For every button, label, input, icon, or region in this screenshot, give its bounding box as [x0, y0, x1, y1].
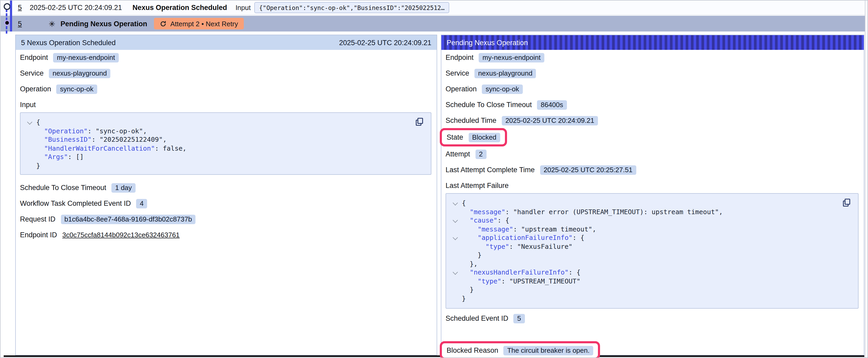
chevron-down-icon[interactable] — [453, 269, 458, 275]
json-key: "nexusHandlerFailureInfo" — [470, 268, 568, 276]
code-line: "HandlerWaitForCancellation": false, — [25, 144, 424, 153]
field-value-badge: my-nexus-endpoint — [479, 53, 544, 62]
panel-title: 5 Nexus Operation Scheduled — [21, 39, 116, 46]
json-key: "message" — [477, 225, 513, 233]
json-text: : { — [572, 234, 584, 241]
field-value-badge: nexus-playground — [474, 68, 536, 78]
failure-json-viewer: {"message": "handler error (UPSTREAM_TIM… — [445, 193, 859, 308]
code-line: { — [450, 199, 851, 207]
input-section-label: Input — [20, 99, 432, 110]
field-row-schedule-to-close-timeout: Schedule To Close Timeout86400s — [445, 99, 860, 110]
field-label: Attempt — [445, 150, 470, 158]
field-row-endpoint-id: Endpoint ID3c0c75ccfa8144b092c13ce632463… — [20, 229, 432, 240]
annotation-highlight-state: StateBlocked — [440, 128, 507, 147]
code-line: "Operation": "sync-op-ok", — [25, 127, 424, 135]
pending-operation-panel: Pending Nexus Operation Endpointmy-nexus… — [441, 35, 864, 355]
field-row-endpoint: Endpointmy-nexus-endpoint — [20, 52, 432, 63]
field-row-state: StateBlocked — [446, 132, 500, 143]
event-id-link[interactable]: 5 — [18, 20, 22, 28]
json-text: }, — [470, 260, 477, 267]
json-text: } — [477, 251, 482, 259]
temporal-event-history-screen: 5 2025-02-25 UTC 20:24:09.21 Nexus Opera… — [0, 0, 868, 358]
annotation-highlight-blocked-reason: Blocked ReasonThe circuit breaker is ope… — [440, 341, 600, 358]
event-id-link[interactable]: 5 — [18, 4, 22, 11]
event-marker-filled-circle-icon — [4, 20, 10, 26]
json-text: : { — [497, 216, 509, 224]
code-line: } — [25, 161, 424, 170]
json-text: : "UPSTREAM_TIMEOUT" — [501, 277, 580, 285]
json-key: "applicationFailureInfo" — [477, 234, 572, 241]
event-input-preview-badge[interactable]: {"Operation":"sync-op-ok","BusinessID":"… — [254, 2, 449, 13]
field-label: Schedule To Close Timeout — [445, 101, 532, 109]
field-value-link[interactable]: 3c0c75ccfa8144b092c13ce632463761 — [62, 231, 180, 239]
field-label: Operation — [20, 85, 51, 93]
code-line: "Args": [] — [25, 153, 424, 161]
field-row-schedule-to-close-timeout: Schedule To Close Timeout1 day — [20, 182, 432, 193]
panel-header-pending: Pending Nexus Operation — [441, 35, 864, 50]
event-row-pending-nexus-operation[interactable]: 5 ✳ Pending Nexus Operation Attempt 2 • … — [1, 16, 865, 32]
field-value-badge: 2025-02-25 UTC 20:25:27.51 — [540, 165, 636, 174]
field-value-badge: b1c6a4bc-8ee7-468a-9169-df3b02c8737b — [61, 215, 196, 224]
field-label: Endpoint ID — [20, 231, 57, 239]
field-label: Service — [20, 69, 43, 77]
field-row-operation: Operationsync-op-ok — [445, 84, 860, 95]
json-text: : [] — [68, 153, 84, 161]
chevron-down-icon[interactable] — [453, 235, 458, 240]
field-value-badge: nexus-playground — [49, 68, 111, 78]
scrollbar-gutter[interactable] — [865, 1, 868, 358]
json-key: "BusinessID" — [44, 135, 92, 143]
json-text: : "upstream timeout", — [513, 225, 596, 233]
field-row-scheduled-time: Scheduled Time2025-02-25 UTC 20:24:09.21 — [445, 115, 860, 126]
panel-title: Pending Nexus Operation — [446, 39, 528, 46]
field-row-last-attempt-complete-time: Last Attempt Complete Time2025-02-25 UTC… — [445, 164, 860, 175]
json-key: "type" — [477, 277, 501, 285]
field-label: Scheduled Event ID — [445, 315, 508, 322]
field-value-badge: sync-op-ok — [482, 84, 523, 94]
field-value-badge: 4 — [136, 199, 147, 208]
field-row-attempt: Attempt2 — [445, 149, 860, 160]
field-row-blocked-reason: Blocked ReasonThe circuit breaker is ope… — [446, 345, 593, 356]
json-key: "type" — [486, 242, 509, 250]
json-text: : { — [568, 268, 580, 276]
json-text: : "NexusFailure" — [509, 242, 572, 250]
field-value-badge: sync-op-ok — [57, 84, 97, 94]
field-row-scheduled-event-id: Scheduled Event ID5 — [445, 313, 860, 324]
field-label: Operation — [445, 85, 477, 93]
json-key: "cause" — [470, 216, 497, 224]
chevron-down-icon[interactable] — [27, 120, 32, 125]
retry-badge-label: Attempt 2 • Next Retry — [170, 20, 238, 28]
field-row-request-id: Request IDb1c6a4bc-8ee7-468a-9169-df3b02… — [20, 214, 432, 225]
chevron-down-icon[interactable] — [453, 200, 458, 205]
json-text: : false, — [155, 144, 186, 152]
retry-status-badge: Attempt 2 • Next Retry — [154, 18, 244, 29]
json-text: } — [470, 286, 474, 293]
field-label: Endpoint — [20, 54, 48, 61]
json-text: : "sync-op-ok", — [88, 127, 147, 135]
code-line: "nexusHandlerFailureInfo": { — [450, 268, 851, 277]
event-title: Pending Nexus Operation — [60, 20, 147, 28]
chevron-down-icon[interactable] — [453, 218, 458, 223]
field-label: Last Attempt Complete Time — [445, 166, 535, 174]
input-json-viewer: {"Operation": "sync-op-ok","BusinessID":… — [20, 112, 431, 175]
event-time: 2025-02-25 UTC 20:24:09.21 — [30, 4, 122, 11]
field-label: Service — [445, 69, 469, 77]
code-line: } — [450, 251, 851, 260]
field-label: Endpoint — [445, 54, 474, 61]
field-value-badge: The circuit breaker is open. — [504, 346, 593, 355]
event-input-label: Input — [236, 4, 251, 11]
code-line: "BusinessID": "20250225122409", — [25, 135, 424, 144]
failure-section-label: Last Attempt Failure — [445, 180, 860, 191]
field-row-service: Servicenexus-playground — [20, 68, 432, 79]
field-value-badge: 2 — [475, 149, 486, 159]
code-line: "type": "UPSTREAM_TIMEOUT" — [450, 277, 851, 286]
event-row-nexus-operation-scheduled[interactable]: 5 2025-02-25 UTC 20:24:09.21 Nexus Opera… — [1, 1, 865, 15]
code-line: "message": "upstream timeout", — [450, 225, 851, 234]
json-key: "HandlerWaitForCancellation" — [44, 144, 155, 152]
field-value-badge: 5 — [514, 314, 525, 323]
field-row-endpoint: Endpointmy-nexus-endpoint — [445, 52, 860, 63]
field-value-badge: 1 day — [112, 183, 135, 192]
field-label: State — [446, 133, 463, 141]
code-line: }, — [450, 260, 851, 268]
retry-icon — [160, 20, 166, 27]
selection-indicator-bar — [10, 1, 12, 32]
